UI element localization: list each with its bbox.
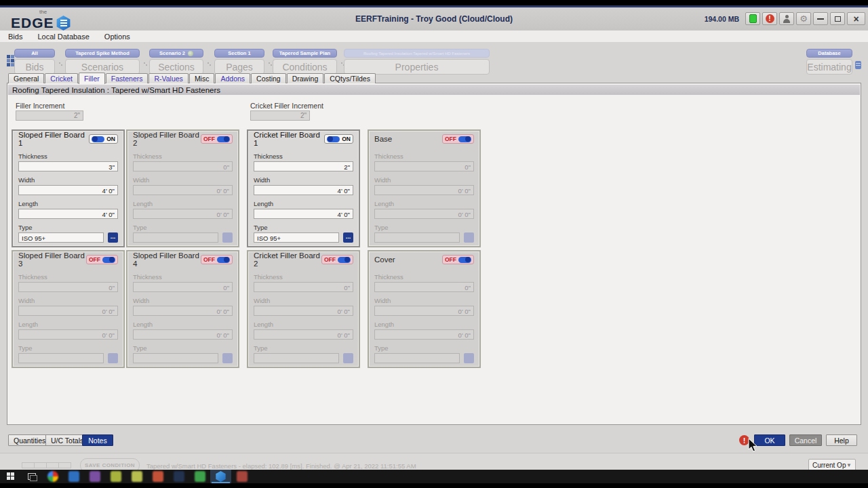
width-input[interactable]: 0' 0" (18, 306, 118, 316)
width-input[interactable]: 0' 0" (133, 185, 233, 195)
tab-cqtys-tildes[interactable]: CQtys/Tildes (324, 73, 376, 83)
thickness-input[interactable]: 0" (18, 282, 118, 292)
alert-button[interactable]: ! (762, 12, 777, 25)
cricket-filler-increment-label: Cricket Filler Increment (250, 102, 323, 110)
type-input[interactable] (374, 232, 460, 243)
width-input[interactable]: 4' 0" (254, 185, 353, 195)
breadcrumb-item-bids[interactable]: All Bids (14, 49, 55, 75)
width-input[interactable]: 0' 0" (254, 306, 353, 316)
type-browse-button[interactable]: ... (108, 232, 118, 243)
title-bar: the EDGE EERFTraining - Troy Good (Cloud… (0, 7, 868, 30)
type-input[interactable] (374, 353, 460, 363)
type-browse-button[interactable]: ... (108, 353, 118, 363)
tab-r-values[interactable]: R-Values (149, 73, 188, 83)
tab-addons[interactable]: Addons (215, 73, 250, 83)
panel-toggle[interactable]: OFF (201, 134, 233, 144)
taskbar-app-app-rust[interactable] (231, 470, 252, 483)
type-label: Type (374, 224, 474, 231)
length-input[interactable]: 0' 0" (133, 329, 233, 340)
width-input[interactable]: 0' 0" (374, 185, 474, 195)
cricket-filler-increment-input[interactable]: 2" (250, 110, 310, 121)
length-input[interactable]: 0' 0" (254, 329, 353, 340)
type-input[interactable] (133, 232, 218, 243)
taskbar-app-app-olive-2[interactable] (126, 470, 147, 483)
thickness-input[interactable]: 0" (374, 282, 474, 292)
type-input[interactable] (254, 353, 339, 363)
type-input[interactable]: ISO 95+ (18, 232, 104, 243)
app-olive-icon (111, 471, 121, 482)
thickness-input[interactable]: 3" (18, 161, 118, 171)
type-input[interactable] (133, 353, 218, 363)
length-input[interactable]: 4' 0" (254, 209, 353, 219)
taskbar-app-app-orange[interactable] (147, 470, 168, 483)
panel-toggle[interactable]: OFF (442, 255, 474, 264)
taskbar-app-app-green[interactable] (189, 470, 210, 483)
panel-toggle[interactable]: OFF (442, 134, 474, 144)
cancel-button[interactable]: Cancel (789, 434, 822, 446)
tab-fasteners[interactable]: Fasteners (106, 73, 149, 83)
menu-item-local-database[interactable]: Local Database (37, 32, 96, 41)
thickness-label: Thickness (18, 273, 118, 281)
thickness-input[interactable]: 2" (254, 161, 353, 171)
toggle-pill-icon (102, 257, 115, 263)
type-browse-button[interactable]: ... (464, 353, 474, 363)
breadcrumb-item-estimating[interactable]: Database Estimating (806, 49, 852, 75)
help-button[interactable]: Help (826, 434, 857, 446)
start-button[interactable] (0, 470, 21, 483)
panel-title: Sloped Filler Board 4 (133, 251, 201, 268)
type-input[interactable] (18, 353, 104, 363)
menu-item-options[interactable]: Options (104, 32, 137, 41)
minimize-button[interactable] (813, 12, 828, 25)
width-input[interactable]: 0' 0" (133, 306, 233, 316)
length-input[interactable]: 0' 0" (18, 329, 118, 340)
breadcrumb-item-conditions[interactable]: Tapered Sample Plan Conditions (273, 49, 337, 75)
settings-button[interactable]: ⚙ (796, 12, 811, 25)
panel-toggle[interactable]: OFF (86, 255, 118, 264)
thickness-input[interactable]: 0" (374, 161, 474, 171)
type-input[interactable]: ISO 95+ (254, 232, 339, 243)
type-browse-button[interactable]: ... (464, 232, 474, 243)
taskbar-app-app-olive[interactable] (105, 470, 126, 483)
tab-cricket[interactable]: Cricket (45, 73, 78, 83)
tab-drawing[interactable]: Drawing (287, 73, 324, 83)
green-status-button[interactable] (745, 12, 760, 25)
thickness-input[interactable]: 0" (133, 161, 233, 171)
panel-toggle[interactable]: OFF (321, 255, 353, 264)
task-view-button[interactable] (21, 470, 42, 483)
panel-toggle[interactable]: OFF (201, 255, 233, 264)
width-input[interactable]: 0' 0" (374, 306, 474, 316)
notes-button[interactable]: Notes (82, 434, 113, 446)
tab-general[interactable]: General (8, 73, 44, 83)
breadcrumb-item-properties[interactable]: Roofing Tapered Insulation:Tapered w/Sma… (344, 49, 490, 75)
menu-item-bids[interactable]: Bids (8, 32, 29, 41)
taskbar-app-chrome[interactable] (42, 470, 63, 483)
taskbar-app-app-blue[interactable] (63, 470, 84, 483)
type-browse-button[interactable]: ... (343, 353, 353, 363)
length-input[interactable]: 0' 0" (133, 209, 233, 219)
thickness-input[interactable]: 0" (254, 282, 353, 292)
type-browse-button[interactable]: ... (222, 353, 233, 363)
breadcrumb-item-pages[interactable]: Section 1 Pages (214, 49, 264, 75)
taskbar-app-app-purple[interactable] (84, 470, 105, 483)
taskbar-app-app-dark[interactable] (168, 470, 189, 483)
type-browse-button[interactable]: ... (343, 232, 353, 243)
length-input[interactable]: 4' 0" (18, 209, 118, 219)
thickness-input[interactable]: 0" (133, 282, 233, 292)
type-browse-button[interactable]: ... (222, 232, 233, 243)
taskbar-app-the-edge[interactable] (210, 470, 231, 483)
filler-increment-input[interactable]: 2" (16, 110, 83, 121)
breadcrumb-item-scenarios[interactable]: Tapered Spike Method Scenarios (65, 49, 140, 75)
panel-toggle[interactable]: ON (324, 134, 353, 144)
tab-misc[interactable]: Misc (189, 73, 215, 83)
panel-toggle[interactable]: ON (89, 134, 118, 144)
close-button[interactable]: × (847, 12, 865, 25)
length-input[interactable]: 0' 0" (374, 209, 474, 219)
breadcrumb-item-sections[interactable]: Scenario 2 Sections (149, 49, 203, 75)
maximize-button[interactable] (830, 12, 845, 25)
tab-filler[interactable]: Filler (79, 73, 105, 84)
user-button[interactable] (779, 12, 794, 25)
tab-costing[interactable]: Costing (251, 73, 286, 83)
panel-title: Cricket Filler Board 2 (254, 251, 321, 268)
width-input[interactable]: 4' 0" (18, 185, 118, 195)
length-input[interactable]: 0' 0" (374, 329, 474, 340)
